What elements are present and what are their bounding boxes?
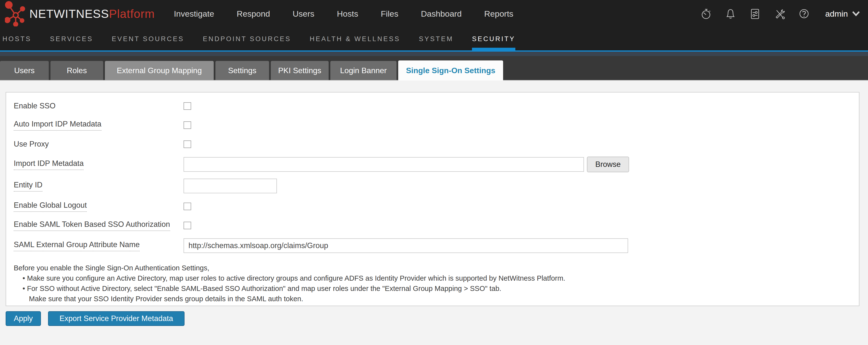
- netwitness-logo-icon: [5, 1, 26, 27]
- subnav-services[interactable]: SERVICES: [50, 27, 93, 50]
- tab-users[interactable]: Users: [0, 61, 49, 80]
- note-intro: Before you enable the Single Sign-On Aut…: [14, 263, 859, 273]
- subnav-security[interactable]: SECURITY: [472, 27, 515, 50]
- auto-import-idp-metadata-checkbox[interactable]: [184, 122, 191, 129]
- tab-login-banner[interactable]: Login Banner: [330, 61, 397, 80]
- enable-saml-token-sso-checkbox[interactable]: [184, 222, 191, 229]
- brand-name: NETWITNESS: [29, 7, 109, 20]
- form-row-entity-id: Entity ID: [10, 175, 859, 197]
- nav-respond[interactable]: Respond: [237, 9, 270, 19]
- sso-notes: Before you enable the Single Sign-On Aut…: [14, 263, 859, 304]
- use-proxy-label: Use Proxy: [14, 140, 49, 148]
- nav-hosts[interactable]: Hosts: [337, 9, 358, 19]
- sso-settings-panel: Enable SSO Auto Import IDP Metadata Use …: [6, 92, 860, 306]
- admin-subnav: HOSTS SERVICES EVENT SOURCES ENDPOINT SO…: [0, 27, 868, 50]
- subnav-hosts[interactable]: HOSTS: [2, 27, 31, 50]
- user-name: admin: [825, 9, 848, 19]
- note-footer: Make sure that your SSO Identity Provide…: [29, 294, 859, 304]
- import-idp-metadata-input[interactable]: [184, 157, 584, 172]
- header-top-row: NETWITNESSPlatform Investigate Respond U…: [0, 0, 868, 27]
- entity-id-label: Entity ID: [14, 180, 42, 192]
- auto-import-idp-metadata-label: Auto Import IDP Metadata: [14, 119, 101, 131]
- bell-icon[interactable]: [725, 8, 736, 20]
- form-row-enable-global-logout: Enable Global Logout: [10, 197, 859, 216]
- enable-saml-token-sso-label: Enable SAML Token Based SSO Authorizatio…: [14, 220, 170, 231]
- nav-users[interactable]: Users: [292, 9, 314, 19]
- nav-reports[interactable]: Reports: [484, 9, 514, 19]
- note-bullet-1: Make sure you configure an Active Direct…: [23, 273, 859, 283]
- brand-suffix: Platform: [109, 7, 155, 20]
- subnav-endpoint-sources[interactable]: ENDPOINT SOURCES: [203, 27, 291, 50]
- browse-button[interactable]: Browse: [587, 157, 629, 172]
- tab-roles[interactable]: Roles: [51, 61, 103, 80]
- tab-single-sign-on-settings[interactable]: Single Sign-On Settings: [398, 61, 503, 80]
- enable-global-logout-label: Enable Global Logout: [14, 201, 87, 212]
- nav-dashboard[interactable]: Dashboard: [421, 9, 461, 19]
- nav-files[interactable]: Files: [381, 9, 399, 19]
- saml-external-group-attribute-label: SAML External Group Attribute Name: [14, 240, 140, 251]
- help-icon[interactable]: [798, 8, 810, 20]
- action-buttons: Apply Export Service Provider Metadata: [6, 311, 868, 326]
- netwitness-logo[interactable]: NETWITNESSPlatform: [5, 1, 155, 27]
- export-service-provider-metadata-button[interactable]: Export Service Provider Metadata: [48, 311, 185, 326]
- note-bullet-2: For SSO without Active Directory, select…: [23, 283, 859, 294]
- apply-button[interactable]: Apply: [6, 311, 41, 326]
- content-area: Enable SSO Auto Import IDP Metadata Use …: [0, 80, 868, 326]
- chevron-down-icon: [852, 11, 860, 16]
- tab-settings[interactable]: Settings: [215, 61, 269, 80]
- nav-investigate[interactable]: Investigate: [174, 9, 214, 19]
- brand-wordmark: NETWITNESSPlatform: [29, 7, 155, 21]
- form-row-enable-sso: Enable SSO: [10, 96, 859, 115]
- form-row-saml-external-group-attribute: SAML External Group Attribute Name: [10, 235, 859, 256]
- subnav-health-wellness[interactable]: HEALTH & WELLNESS: [310, 27, 400, 50]
- tab-pki-settings[interactable]: PKI Settings: [271, 61, 329, 80]
- security-tabbar: Users Roles External Group Mapping Setti…: [0, 56, 868, 80]
- jobs-icon[interactable]: [749, 8, 761, 20]
- stopwatch-icon[interactable]: [700, 8, 712, 20]
- subnav-system[interactable]: SYSTEM: [419, 27, 453, 50]
- form-row-use-proxy: Use Proxy: [10, 135, 859, 154]
- import-idp-metadata-label: Import IDP Metadata: [14, 159, 84, 170]
- entity-id-input[interactable]: [184, 179, 277, 193]
- user-menu[interactable]: admin: [825, 9, 860, 19]
- enable-global-logout-checkbox[interactable]: [184, 203, 191, 210]
- tools-icon[interactable]: [774, 8, 785, 20]
- header-right-icons: admin: [700, 8, 868, 20]
- tab-external-group-mapping[interactable]: External Group Mapping: [105, 61, 214, 80]
- subheader-strip: [0, 51, 868, 56]
- main-nav: Investigate Respond Users Hosts Files Da…: [174, 9, 513, 19]
- form-row-import-idp-metadata: Import IDP Metadata Browse: [10, 154, 859, 175]
- subnav-event-sources[interactable]: EVENT SOURCES: [112, 27, 184, 50]
- app-header: NETWITNESSPlatform Investigate Respond U…: [0, 0, 868, 50]
- enable-sso-label: Enable SSO: [14, 102, 56, 110]
- use-proxy-checkbox[interactable]: [184, 140, 191, 148]
- saml-external-group-attribute-input[interactable]: [184, 238, 628, 253]
- form-row-auto-import-idp-metadata: Auto Import IDP Metadata: [10, 115, 859, 135]
- enable-sso-checkbox[interactable]: [184, 102, 191, 110]
- form-row-enable-saml-token-sso: Enable SAML Token Based SSO Authorizatio…: [10, 216, 859, 235]
